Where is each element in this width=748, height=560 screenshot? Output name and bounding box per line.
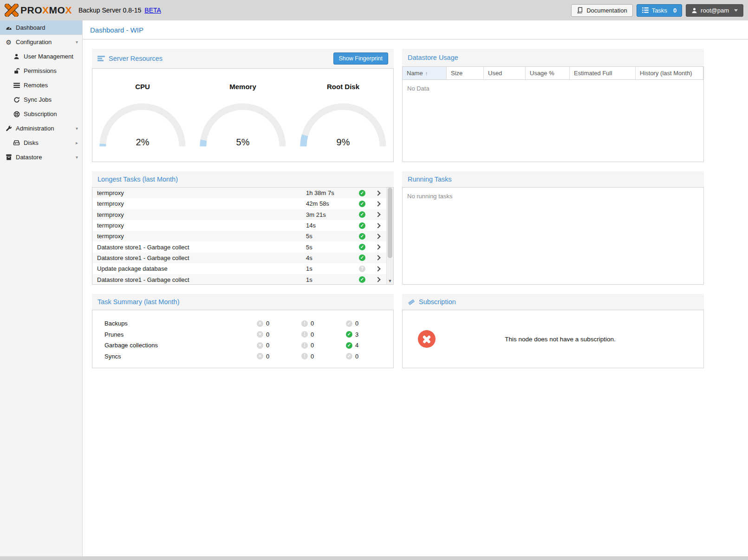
vertical-scrollbar[interactable]: ▼ — [386, 188, 393, 284]
panel-title: Datastore Usage — [408, 54, 458, 61]
horizontal-scrollbar[interactable] — [0, 556, 748, 560]
task-duration: 1s — [306, 276, 355, 283]
open-task-button[interactable] — [370, 245, 386, 249]
sidebar-item-administration[interactable]: Administration▾ — [0, 121, 82, 136]
sidebar-item-user-management[interactable]: User Management — [0, 49, 82, 64]
sidebar-item-sync-jobs[interactable]: Sync Jobs — [0, 92, 82, 107]
summary-row-syncs: Syncs ×0 !0 ✓0 — [104, 351, 393, 362]
user-menu-button[interactable]: root@pam — [686, 4, 743, 17]
sidebar-item-subscription[interactable]: Subscription — [0, 107, 82, 121]
show-fingerprint-button[interactable]: Show Fingerprint — [333, 52, 389, 65]
task-list-icon — [642, 7, 649, 13]
task-row[interactable]: Datastore store1 - Garbage collect 4s ✓ — [92, 253, 393, 263]
chevron-right-icon — [375, 223, 380, 228]
tasks-button[interactable]: Tasks 0 — [637, 4, 682, 17]
summary-row-backups: Backups ×0 !0 ✓0 — [104, 318, 393, 329]
gauge-label: Memory — [193, 83, 293, 91]
status-ok-icon: ✓ — [359, 211, 365, 218]
summary-label: Prunes — [104, 331, 257, 338]
gauge-value: 2% — [99, 137, 186, 148]
task-row[interactable]: termproxy 42m 58s ✓ — [92, 198, 393, 209]
dashboard-icon — [5, 25, 13, 31]
sidebar-item-remotes[interactable]: Remotes — [0, 78, 82, 92]
sidebar-item-label: Datastore — [16, 154, 42, 161]
task-duration: 42m 58s — [306, 200, 355, 207]
open-task-button[interactable] — [370, 202, 386, 206]
chevron-right-icon — [375, 201, 380, 206]
sort-ascending-icon: ↑ — [425, 71, 428, 76]
ok-count: ✓4 — [346, 342, 390, 349]
scrollbar-thumb[interactable] — [388, 188, 392, 258]
ok-count: ✓0 — [346, 353, 390, 360]
task-row[interactable]: Datastore store1 - Garbage collect 5s ✓ — [92, 241, 393, 252]
remotes-icon — [13, 83, 20, 88]
column-header-name[interactable]: Name↑ — [403, 67, 447, 79]
documentation-button[interactable]: Documentation — [571, 4, 632, 17]
page-title: Dashboard - WIP — [90, 26, 143, 34]
task-row[interactable]: termproxy 14s ✓ — [92, 220, 393, 231]
task-row[interactable]: termproxy 3m 21s ✓ — [92, 209, 393, 220]
user-icon — [13, 53, 20, 59]
page-header: Dashboard - WIP — [83, 20, 748, 39]
summary-label: Garbage collections — [104, 342, 257, 349]
subscription-message: This node does not have a subscription. — [436, 336, 703, 343]
no-subscription-icon — [418, 330, 436, 348]
open-task-button[interactable] — [370, 224, 386, 228]
sidebar-item-permissions[interactable]: Permissions — [0, 64, 82, 78]
open-task-button[interactable] — [370, 267, 386, 271]
sidebar-item-disks[interactable]: Disks▸ — [0, 136, 82, 150]
open-task-button[interactable] — [370, 234, 386, 238]
summary-label: Backups — [104, 320, 257, 327]
column-header-used[interactable]: Used — [484, 67, 526, 79]
sidebar-item-label: Remotes — [24, 82, 48, 89]
proxmox-x-icon — [5, 4, 19, 17]
task-row[interactable]: Update package database 1s ? — [92, 263, 393, 274]
error-icon: × — [257, 331, 263, 338]
sidebar-item-label: Disks — [24, 139, 39, 146]
brand-text: PROXMOX — [20, 5, 72, 16]
chevron-right-icon — [375, 212, 380, 217]
ok-icon: ✓ — [346, 353, 352, 359]
task-row[interactable]: Datastore store1 - Garbage collect 1s ✓ — [92, 274, 393, 285]
scrollbar-down-arrow[interactable]: ▼ — [387, 279, 393, 283]
task-duration: 1h 38m 7s — [306, 189, 355, 196]
summary-row-prunes: Prunes ×0 !0 ✓3 — [104, 329, 393, 340]
gauge-root-disk: Root Disk 9% — [293, 83, 393, 162]
open-task-button[interactable] — [370, 191, 386, 195]
open-task-button[interactable] — [370, 278, 386, 281]
proxmox-logo: PROXMOX — [5, 4, 72, 17]
sidebar: Dashboard ⚙ Configuration▾ User Manageme… — [0, 20, 83, 556]
column-header-estimated-full[interactable]: Estimated Full — [570, 67, 636, 79]
task-duration: 5s — [306, 233, 355, 240]
error-count: ×0 — [257, 320, 301, 327]
task-name: Update package database — [92, 265, 306, 272]
sidebar-item-label: Dashboard — [16, 24, 46, 31]
lifering-icon — [13, 111, 20, 117]
error-count: ×0 — [257, 342, 301, 349]
task-duration: 5s — [306, 244, 355, 251]
chevron-right-icon — [375, 190, 380, 195]
beta-link[interactable]: BETA — [144, 7, 161, 14]
panel-title: Task Summary (last Month) — [98, 298, 179, 306]
server-resources-panel: Server Resources Show Fingerprint CPU 2%… — [92, 49, 394, 162]
topbar: PROXMOX Backup Server 0.8-15 BETA Docume… — [0, 0, 748, 20]
server-resources-icon — [98, 55, 105, 62]
chevron-right-icon — [375, 244, 380, 249]
sidebar-item-configuration[interactable]: ⚙ Configuration▾ — [0, 35, 82, 49]
open-task-button[interactable] — [370, 256, 386, 260]
ok-icon: ✓ — [346, 320, 352, 327]
column-header-size[interactable]: Size — [447, 67, 484, 79]
task-row[interactable]: termproxy 1h 38m 7s ✓ — [92, 188, 393, 198]
column-header-history-last-month-[interactable]: History (last Month) — [636, 67, 703, 79]
sidebar-item-datastore[interactable]: Datastore▾ — [0, 150, 82, 164]
panel-title: Running Tasks — [408, 176, 452, 183]
panel-title: Subscription — [419, 298, 456, 306]
sync-icon — [13, 97, 20, 103]
task-row[interactable]: termproxy 5s ✓ — [92, 231, 393, 241]
sidebar-item-label: Configuration — [16, 39, 52, 46]
open-task-button[interactable] — [370, 213, 386, 216]
sidebar-item-dashboard[interactable]: Dashboard — [0, 20, 82, 35]
panel-title: Longest Tasks (last Month) — [98, 176, 178, 183]
warning-count: !0 — [301, 353, 346, 360]
column-header-usage-[interactable]: Usage % — [526, 67, 570, 79]
